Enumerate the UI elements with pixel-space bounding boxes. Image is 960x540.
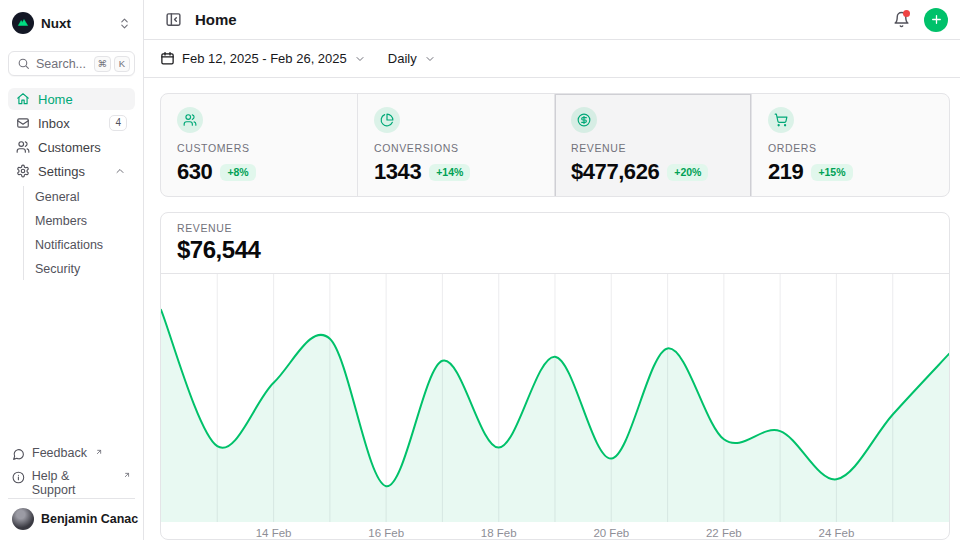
main-area: Home Feb 12, 2025 - Feb 26, 2025 Daily [144, 0, 960, 540]
kbd-k: K [114, 56, 130, 72]
calendar-icon [160, 51, 175, 66]
sidebar-item-security[interactable]: Security [35, 258, 135, 280]
chevron-updown-icon [118, 17, 131, 30]
x-axis-tick-label: 20 Feb [593, 527, 629, 539]
app-window: Nuxt Search... ⌘ K Home Inbox 4 Cu [0, 0, 960, 540]
period-value: Daily [388, 51, 417, 66]
search-shortcut: ⌘ K [94, 56, 131, 72]
search-icon [17, 57, 30, 70]
stat-card-customers[interactable]: CUSTOMERS 630 +8% [161, 94, 358, 197]
sub-item-label: Security [35, 262, 80, 276]
info-circle-icon [12, 471, 25, 484]
stat-label: CUSTOMERS [177, 142, 341, 154]
stat-value: 630 [177, 159, 212, 185]
users-icon [16, 140, 30, 154]
sidebar-collapse-button[interactable] [160, 7, 186, 33]
header-actions [888, 7, 948, 33]
chart-svg [161, 274, 949, 522]
x-axis-tick-label: 24 Feb [819, 527, 855, 539]
user-name: Benjamin Canac [41, 512, 138, 526]
revenue-chart-card: REVENUE $76,544 14 Feb16 Feb18 Feb20 Feb… [160, 212, 950, 540]
workspace-switcher[interactable]: Nuxt [8, 10, 135, 36]
filter-toolbar: Feb 12, 2025 - Feb 26, 2025 Daily [144, 40, 960, 78]
stat-card-orders[interactable]: ORDERS 219 +15% [752, 94, 949, 197]
chevron-down-icon [424, 53, 436, 65]
workspace-name: Nuxt [41, 16, 71, 31]
feedback-label: Feedback [32, 446, 87, 460]
sub-item-label: General [35, 190, 79, 204]
sidebar-footer-links: Feedback Help & Support [8, 446, 135, 489]
sub-item-label: Members [35, 214, 87, 228]
dashboard-content: CUSTOMERS 630 +8% CONVERSIONS 1343 +14% [144, 78, 960, 540]
chevron-up-icon [113, 165, 127, 177]
chart-metric-value: $76,544 [177, 236, 933, 264]
stat-delta-badge: +20% [667, 164, 708, 181]
sidebar-item-settings[interactable]: Settings [8, 160, 135, 182]
sub-item-label: Notifications [35, 238, 103, 252]
x-axis-tick-label: 14 Feb [256, 527, 292, 539]
circle-dollar-icon [571, 107, 597, 133]
chevron-down-icon [354, 53, 366, 65]
chart-header: REVENUE $76,544 [161, 213, 949, 274]
home-icon [16, 92, 30, 106]
chart-x-axis: 14 Feb16 Feb18 Feb20 Feb22 Feb24 Feb [161, 522, 949, 540]
external-link-icon [123, 471, 131, 479]
sidebar-item-label: Home [38, 92, 73, 107]
x-axis-tick-label: 16 Feb [368, 527, 404, 539]
user-menu[interactable]: Benjamin Canac [8, 498, 135, 530]
date-range-value: Feb 12, 2025 - Feb 26, 2025 [182, 51, 347, 66]
avatar [12, 508, 34, 530]
inbox-count-badge: 4 [109, 115, 127, 131]
inbox-icon [16, 116, 30, 130]
external-link-icon [95, 448, 103, 456]
panel-left-close-icon [165, 11, 182, 28]
top-header: Home [144, 0, 960, 40]
settings-submenu: General Members Notifications Security [23, 186, 135, 280]
feedback-link[interactable]: Feedback [12, 446, 131, 466]
nuxt-logo-icon [12, 12, 34, 34]
help-support-link[interactable]: Help & Support [12, 469, 131, 489]
stat-value: 1343 [374, 159, 421, 185]
kbd-cmd: ⌘ [94, 56, 112, 72]
page-title: Home [195, 11, 237, 28]
x-axis-tick-label: 18 Feb [481, 527, 517, 539]
sidebar: Nuxt Search... ⌘ K Home Inbox 4 Cu [0, 0, 144, 540]
sidebar-item-label: Inbox [38, 116, 70, 131]
users-icon [177, 107, 203, 133]
sidebar-item-customers[interactable]: Customers [8, 136, 135, 158]
sidebar-item-general[interactable]: General [35, 186, 135, 208]
stat-value: $477,626 [571, 159, 659, 185]
sidebar-nav: Home Inbox 4 Customers Settings General … [8, 88, 135, 282]
stat-delta-badge: +14% [429, 164, 470, 181]
period-select[interactable]: Daily [388, 51, 436, 66]
sidebar-item-members[interactable]: Members [35, 210, 135, 232]
stat-card-conversions[interactable]: CONVERSIONS 1343 +14% [358, 94, 555, 197]
revenue-area-chart[interactable] [161, 274, 949, 522]
sidebar-item-label: Settings [38, 164, 85, 179]
stat-delta-badge: +8% [220, 164, 255, 181]
stat-label: CONVERSIONS [374, 142, 538, 154]
help-support-label: Help & Support [32, 469, 115, 497]
sidebar-spacer [8, 282, 135, 446]
date-range-picker[interactable]: Feb 12, 2025 - Feb 26, 2025 [160, 51, 366, 66]
sidebar-item-inbox[interactable]: Inbox 4 [8, 112, 135, 134]
sidebar-item-label: Customers [38, 140, 101, 155]
notifications-button[interactable] [888, 7, 914, 33]
plus-icon [930, 13, 943, 26]
gear-icon [16, 164, 30, 178]
stat-value: 219 [768, 159, 803, 185]
chart-metric-label: REVENUE [177, 222, 933, 234]
sidebar-item-home[interactable]: Home [8, 88, 135, 110]
search-placeholder: Search... [36, 57, 88, 71]
sidebar-item-notifications[interactable]: Notifications [35, 234, 135, 256]
stat-label: ORDERS [768, 142, 933, 154]
message-bubble-icon [12, 448, 25, 461]
add-button[interactable] [924, 8, 948, 32]
stats-row: CUSTOMERS 630 +8% CONVERSIONS 1343 +14% [160, 93, 950, 197]
stat-delta-badge: +15% [811, 164, 852, 181]
cart-icon [768, 107, 794, 133]
notification-dot [903, 10, 910, 17]
stat-card-revenue[interactable]: REVENUE $477,626 +20% [555, 94, 752, 197]
search-input[interactable]: Search... ⌘ K [8, 51, 135, 76]
stat-label: REVENUE [571, 142, 735, 154]
